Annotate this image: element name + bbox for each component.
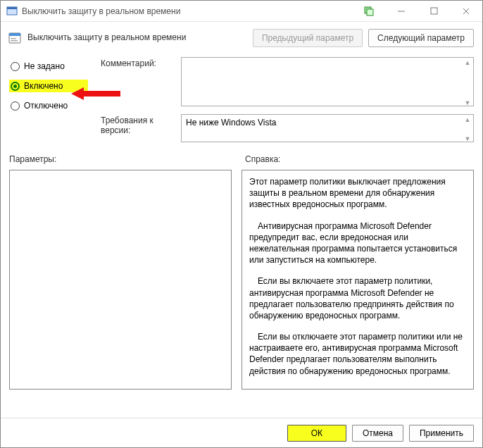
app-icon [6,6,18,17]
next-setting-button[interactable]: Следующий параметр [368,29,474,47]
comment-row: Комментарий: ▲ ▼ [101,57,474,108]
radio-label: Не задано [24,61,65,71]
window-buttons [353,1,482,21]
titlebar: Выключить защиту в реальном времени [1,1,482,22]
prev-setting-button[interactable]: Предыдущий параметр [253,29,363,47]
cancel-button[interactable]: Отмена [352,425,403,442]
footer: ОК Отмена Применить [1,418,482,447]
radio-group: Не задано Включено Отключено [9,57,88,144]
requirements-label: Требования к версии: [101,114,174,144]
minimize-button[interactable] [385,1,418,21]
help-paragraph: Если вы включаете этот параметр политики… [249,275,466,321]
radio-enabled[interactable]: Включено [9,80,88,92]
radio-label: Отключено [24,101,68,111]
help-paragraph: Если вы отключаете этот параметр политик… [249,331,466,377]
requirements-row: Требования к версии: ▲ ▼ [101,114,474,144]
help-paragraph: Этот параметр политики выключает предлож… [249,176,466,211]
policy-title: Выключить защиту в реальном времени [27,33,247,42]
settings-area: Не задано Включено Отключено Комментарий… [1,54,482,144]
radio-not-configured[interactable]: Не задано [9,60,88,73]
help-label: Справка: [245,154,467,164]
copy-icon[interactable] [353,1,385,21]
svg-rect-9 [9,33,20,36]
policy-icon [8,31,22,45]
comment-label: Комментарий: [101,57,174,108]
requirements-textarea [181,114,474,142]
help-panel: Этот параметр политики выключает предлож… [242,170,474,390]
params-label: Параметры: [9,154,231,164]
svg-rect-10 [11,38,16,39]
svg-rect-5 [431,8,437,14]
comment-textarea[interactable] [181,57,474,106]
panels-header: Параметры: Справка: [1,144,482,167]
radio-disabled[interactable]: Отключено [9,99,88,112]
window-title: Выключить защиту в реальном времени [22,6,353,16]
help-paragraph: Антивирусная программа Microsoft Defende… [249,220,466,266]
ok-button[interactable]: ОК [287,425,346,442]
close-button[interactable] [450,1,482,21]
panels: Этот параметр политики выключает предлож… [1,167,482,390]
svg-rect-1 [7,7,17,9]
params-panel [9,170,232,390]
maximize-button[interactable] [418,1,450,21]
apply-button[interactable]: Применить [409,425,474,442]
radio-label: Включено [24,81,63,91]
fields-column: Комментарий: ▲ ▼ Требования к версии: ▲ … [101,57,474,144]
svg-rect-11 [11,40,18,42]
svg-rect-3 [367,9,373,15]
header: Выключить защиту в реальном времени Пред… [1,22,482,54]
